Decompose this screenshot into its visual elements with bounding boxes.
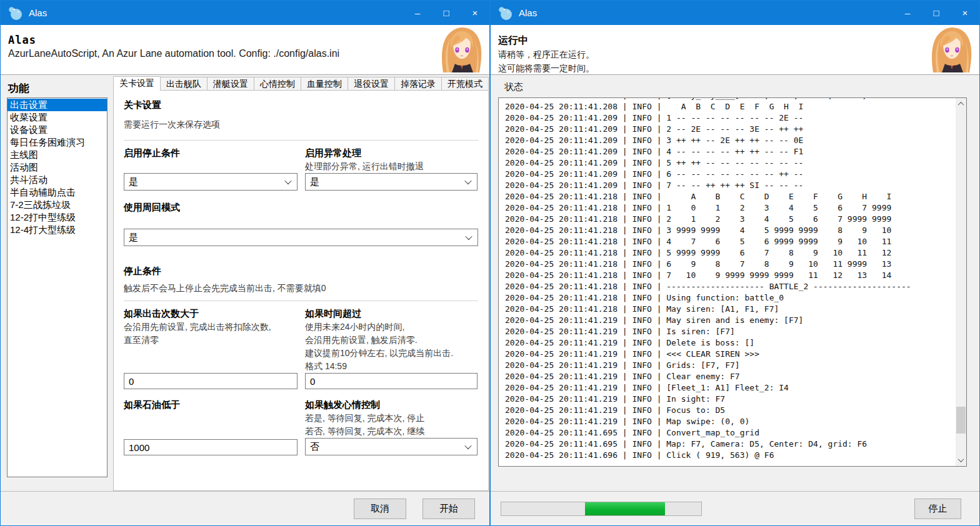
log-line-20: 2020-04-25 20:11:41.219 | INFO | May sir… <box>505 315 956 326</box>
tab-5[interactable]: 退役设置 <box>348 77 395 91</box>
log-line-8: 2020-04-25 20:11:41.209 | INFO | 7 -- --… <box>505 180 956 191</box>
settings-footer: 取消 开始 <box>1 491 489 525</box>
if-emotion-note-2: 若否, 等待回复, 完成本次, 继续 <box>305 425 478 438</box>
tab-4[interactable]: 血量控制 <box>301 77 348 91</box>
cancel-button[interactable]: 取消 <box>354 499 406 519</box>
stop-button[interactable]: 停止 <box>914 499 961 519</box>
field-if-oil: 如果石油低于 1000 <box>124 398 298 455</box>
window-running: Alas – □ × 运行中 请稍等，程序正在运行。 这可能将需要一定时间。 <box>490 0 980 526</box>
field-if-count: 如果出击次数大于 会沿用先前设置, 完成出击将扣除次数, 直至清零 0 <box>124 307 298 389</box>
log-line-19: 2020-04-25 20:11:41.218 | INFO | May sir… <box>505 304 956 315</box>
enable-stop-label: 启用停止条件 <box>124 146 298 160</box>
sidebar-item-2[interactable]: 设备设置 <box>8 124 107 136</box>
field-if-time: 如果时间超过 使用未来24小时内的时间, 会沿用先前设置, 触发后清零. 建议提… <box>305 307 478 389</box>
if-emotion-value: 否 <box>310 441 319 453</box>
log-line-7: 2020-04-25 20:11:41.209 | INFO | 6 -- --… <box>505 169 956 180</box>
log-line-1: 2020-04-25 20:11:41.208 | INFO | A B C D… <box>505 101 956 112</box>
maximize-button[interactable]: □ <box>922 1 951 25</box>
if-count-note-2: 直至清零 <box>124 334 298 347</box>
sidebar-item-7[interactable]: 半自动辅助点击 <box>8 186 107 199</box>
log-line-4: 2020-04-25 20:11:41.209 | INFO | 3 ++ ++… <box>505 135 956 146</box>
minimize-button[interactable]: – <box>403 1 432 25</box>
log-line-27: 2020-04-25 20:11:41.219 | INFO | In sigh… <box>505 394 956 405</box>
scroll-up-icon[interactable] <box>956 99 966 109</box>
sidebar-item-8[interactable]: 7-2三战拣垃圾 <box>8 199 107 211</box>
log-line-3: 2020-04-25 20:11:41.209 | INFO | 2 -- 2E… <box>505 124 956 135</box>
chevron-down-icon <box>284 177 291 184</box>
panel-heading: 关卡设置 <box>124 98 478 112</box>
log-line-29: 2020-04-25 20:11:41.219 | INFO | Map swi… <box>505 416 956 427</box>
if-emotion-label: 如果触发心情控制 <box>305 398 478 412</box>
if-count-label: 如果出击次数大于 <box>124 307 298 320</box>
if-oil-label: 如果石油低于 <box>124 398 298 412</box>
avatar <box>438 26 484 72</box>
log-lines: 2020-04-25 20:11:41.208 | INFO | [enemy_… <box>499 97 956 466</box>
tab-3[interactable]: 心情控制 <box>254 77 301 91</box>
row-oil-emotion: 如果石油低于 1000 如果触发心情控制 若是, 等待回复, 完成本次, 停止 … <box>124 398 478 455</box>
tab-0[interactable]: 关卡设置 <box>113 76 161 91</box>
close-button[interactable]: × <box>951 1 979 25</box>
log-line-2: 2020-04-25 20:11:41.209 | INFO | 1 -- --… <box>505 112 956 124</box>
sidebar-item-4[interactable]: 主线图 <box>8 149 107 161</box>
status-label: 状态 <box>504 81 523 93</box>
sidebar-item-3[interactable]: 每日任务困难演习 <box>8 136 107 149</box>
function-list[interactable]: 出击设置收菜设置设备设置每日任务困难演习主线图活动图共斗活动半自动辅助点击7-2… <box>7 97 108 477</box>
if-count-input[interactable]: 0 <box>124 373 298 389</box>
if-oil-input[interactable]: 1000 <box>124 439 298 455</box>
log-body: 状态 2020-04-25 20:11:41.208 | INFO | [ene… <box>491 75 979 491</box>
chevron-down-icon <box>464 177 471 184</box>
chevron-down-icon <box>465 233 472 240</box>
window-controls: – □ × <box>893 1 979 25</box>
log-line-16: 2020-04-25 20:11:41.218 | INFO | 7 10 9 … <box>505 270 956 281</box>
enable-exception-select[interactable]: 是 <box>305 173 478 191</box>
app-subtitle: AzurLaneAutoScript, An Azur Lane automat… <box>8 48 489 59</box>
log-box[interactable]: 2020-04-25 20:11:41.208 | INFO | [enemy_… <box>498 97 967 467</box>
log-line-23: 2020-04-25 20:11:41.219 | INFO | <<< CLE… <box>505 349 956 360</box>
settings-body: 功能 出击设置收菜设置设备设置每日任务困难演习主线图活动图共斗活动半自动辅助点击… <box>1 75 489 491</box>
scrollbar-thumb[interactable] <box>956 407 966 434</box>
tab-7[interactable]: 开荒模式 <box>442 77 489 91</box>
tab-bar: 关卡设置出击舰队潜艇设置心情控制血量控制退役设置掉落记录开荒模式 <box>113 76 489 91</box>
if-time-note-3: 建议提前10分钟左右, 以完成当前出击. <box>305 347 478 360</box>
if-time-note-2: 会沿用先前设置, 触发后清零. <box>305 334 478 347</box>
scroll-down-icon[interactable] <box>956 455 966 465</box>
enable-exception-note: 处理部分异常, 运行出错时撤退 <box>305 160 478 173</box>
loop-mode-select[interactable]: 是 <box>124 229 478 246</box>
sidebar-item-6[interactable]: 共斗活动 <box>8 174 107 186</box>
run-header: 运行中 请稍等，程序正在运行。 这可能将需要一定时间。 <box>491 25 979 75</box>
log-line-30: 2020-04-25 20:11:41.695 | INFO | Convert… <box>505 427 956 439</box>
log-line-6: 2020-04-25 20:11:41.209 | INFO | 5 ++ ++… <box>505 157 956 169</box>
window-settings: Alas – □ × Alas AzurLaneAutoScript, An A… <box>0 0 490 526</box>
titlebar[interactable]: Alas – □ × <box>1 1 489 25</box>
if-emotion-select[interactable]: 否 <box>305 438 478 455</box>
tab-6[interactable]: 掉落记录 <box>395 77 442 91</box>
log-line-13: 2020-04-25 20:11:41.218 | INFO | 4 7 6 5… <box>505 236 956 247</box>
field-if-emotion: 如果触发心情控制 若是, 等待回复, 完成本次, 停止 若否, 等待回复, 完成… <box>305 398 478 455</box>
tab-1[interactable]: 出击舰队 <box>161 77 208 91</box>
log-line-18: 2020-04-25 20:11:41.218 | INFO | Using f… <box>505 292 956 304</box>
sidebar-item-5[interactable]: 活动图 <box>8 161 107 174</box>
start-button[interactable]: 开始 <box>422 499 475 519</box>
titlebar[interactable]: Alas – □ × <box>491 1 979 25</box>
panel-note: 需要运行一次来保存选项 <box>124 118 478 131</box>
close-button[interactable]: × <box>461 1 489 25</box>
log-line-17: 2020-04-25 20:11:41.218 | INFO | -------… <box>505 281 956 292</box>
field-enable-stop: 启用停止条件 是 <box>124 146 298 191</box>
sidebar-item-10[interactable]: 12-4打大型练级 <box>8 224 107 236</box>
if-time-input[interactable]: 0 <box>305 373 478 389</box>
sidebar-item-0[interactable]: 出击设置 <box>8 99 107 111</box>
log-line-11: 2020-04-25 20:11:41.218 | INFO | 2 1 2 3… <box>505 214 956 225</box>
divider <box>124 140 478 141</box>
sidebar-item-9[interactable]: 12-2打中型练级 <box>8 211 107 224</box>
if-time-label: 如果时间超过 <box>305 307 478 320</box>
maximize-button[interactable]: □ <box>432 1 461 25</box>
minimize-button[interactable]: – <box>893 1 922 25</box>
main-area: 关卡设置出击舰队潜艇设置心情控制血量控制退役设置掉落记录开荒模式 关卡设置 需要… <box>113 76 489 491</box>
log-scrollbar[interactable] <box>956 98 966 466</box>
enable-stop-select[interactable]: 是 <box>124 173 298 191</box>
sidebar-item-1[interactable]: 收菜设置 <box>8 111 107 124</box>
if-count-note-1: 会沿用先前设置, 完成出击将扣除次数, <box>124 320 298 334</box>
tab-2[interactable]: 潜艇设置 <box>208 77 254 91</box>
row-count-time: 如果出击次数大于 会沿用先前设置, 完成出击将扣除次数, 直至清零 0 如果时间… <box>124 307 478 389</box>
run-status-line-2: 这可能将需要一定时间。 <box>498 61 979 75</box>
